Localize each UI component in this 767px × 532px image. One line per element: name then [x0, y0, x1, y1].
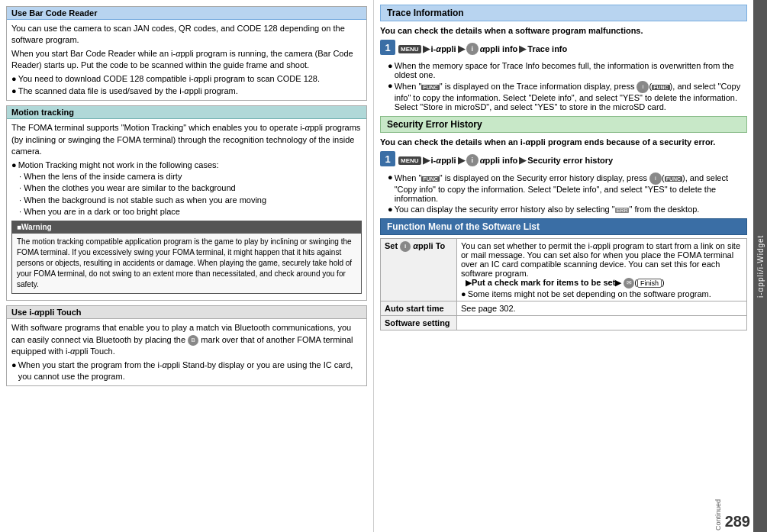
security-bullet2: ●You can display the security error hist…	[388, 205, 747, 214]
sec-appli-info-icon: i	[466, 154, 479, 166]
main-content-area: Trace Information You can check the deta…	[374, 0, 753, 532]
trace-menu-path: MENU ▶ i-αppli ▶ i αppli info ▶ Trace in…	[398, 43, 747, 55]
trace-bullet2: ●When "FUNC" is displayed on the Trace i…	[388, 81, 747, 111]
trace-step-content: MENU ▶ i-αppli ▶ i αppli info ▶ Trace in…	[398, 40, 747, 58]
table-cell-software-content	[457, 316, 747, 330]
barcode-line2: When you start Bar Code Reader while an …	[11, 48, 362, 72]
table-cell-software-label: Software setting	[381, 316, 457, 330]
func-icon2: FUNC	[652, 85, 669, 90]
barcode-line1: You can use the camera to scan JAN codes…	[11, 23, 362, 47]
motion-content: The FOMA terminal supports "Motion Track…	[7, 119, 366, 300]
warning-title: ■Warning	[12, 221, 361, 234]
set-instruction: ▶Put a check mark for items to be set▶ ✉…	[461, 278, 665, 287]
trace-section: Trace Information You can check the deta…	[380, 5, 747, 111]
touch-title: Use i-αppli Touch	[7, 306, 366, 319]
touch-bullet1: ●When you start the program from the i-α…	[11, 360, 362, 383]
bluetooth-icon: B	[188, 335, 198, 346]
warning-box: ■Warning The motion tracking compatible …	[11, 221, 362, 294]
barcode-section: Use Bar Code Reader You can use the came…	[6, 6, 367, 101]
function-menu-section: Function Menu of the Software List Set i…	[380, 218, 747, 330]
motion-sub4: When you are in a dark or too bright pla…	[19, 206, 362, 218]
trace-subtitle: You can check the details when a softwar…	[380, 24, 747, 37]
arrow2: ▶	[458, 44, 465, 54]
left-column: Use Bar Code Reader You can use the came…	[0, 0, 374, 532]
trace-step-row: 1 MENU ▶ i-αppli ▶ i αppli info ▶ Trace …	[380, 40, 747, 58]
trace-appli-info: αppli info	[480, 44, 518, 53]
trace-bullets: ●When the memory space for Trace Info be…	[380, 61, 747, 111]
barcode-title: Use Bar Code Reader	[7, 7, 366, 20]
security-step-num: 1	[380, 151, 395, 166]
security-step-content: MENU ▶ i-αppli ▶ i αppli info ▶ Security…	[398, 151, 747, 169]
security-bullets: ●When "FUNC" is displayed on the Securit…	[380, 172, 747, 214]
right-sidebar-label: i-αppli/i-Widget	[753, 0, 767, 532]
top-right: Trace Information You can check the deta…	[374, 0, 753, 498]
trace-path-text: i-αppli	[431, 44, 456, 53]
motion-sub3: When the background is not stable such a…	[19, 195, 362, 206]
continued-label: Continued	[714, 499, 722, 530]
table-row-set: Set i αppli To You can set whether to pe…	[381, 239, 747, 301]
err-icon: ERR	[615, 208, 630, 213]
page-number-area: Continued 289	[374, 498, 753, 532]
table-cell-set-label: Set i αppli To	[381, 239, 457, 301]
touch-content: With software programs that enable you t…	[7, 319, 366, 385]
page-number: 289	[725, 513, 750, 530]
appli-info-icon: i	[466, 43, 479, 55]
trace-info-label: Trace info	[527, 44, 567, 53]
func-icon1: FUNC	[421, 85, 439, 90]
motion-section: Motion tracking The FOMA terminal suppor…	[6, 105, 367, 301]
touch-desc1: With software programs that enable you t…	[11, 322, 362, 357]
motion-sub2: When the clothes you wear are similar to…	[19, 182, 362, 194]
barcode-bullet2: ●The scanned data file is used/saved by …	[11, 85, 362, 97]
security-header: Security Error History	[380, 116, 747, 133]
check-icon: ✉	[624, 278, 634, 289]
function-menu-table: Set i αppli To You can set whether to pe…	[380, 238, 747, 330]
security-section: Security Error History You can check the…	[380, 116, 747, 214]
sec-func-icon2: FUNC	[665, 176, 682, 182]
table-cell-auto-label: Auto start time	[381, 301, 457, 316]
sec-arrow3: ▶	[519, 155, 526, 166]
barcode-content: You can use the camera to scan JAN codes…	[7, 20, 366, 100]
arrow3: ▶	[519, 44, 526, 54]
motion-sub-list: When the lens of the inside camera is di…	[11, 171, 362, 218]
security-step-row: 1 MENU ▶ i-αppli ▶ i αppli info ▶ Securi…	[380, 151, 747, 169]
touch-section: Use i-αppli Touch With software programs…	[6, 305, 367, 386]
trace-header: Trace Information	[380, 5, 747, 21]
motion-sub1: When the lens of the inside camera is di…	[19, 171, 362, 182]
sec-appli-info: αppli info	[480, 156, 518, 165]
table-row-auto: Auto start time See page 302.	[381, 301, 747, 316]
motion-title: Motion tracking	[7, 106, 366, 119]
sidebar-text: i-αppli/i-Widget	[756, 234, 765, 297]
trace-step-num: 1	[380, 40, 395, 55]
table-row-software: Software setting	[381, 316, 747, 330]
sec-arrow1: ▶	[423, 155, 430, 166]
arrow1: ▶	[423, 44, 430, 54]
security-menu-path: MENU ▶ i-αppli ▶ i αppli info ▶ Security…	[398, 154, 747, 166]
set-bullet1: ●Some items might not be set depending o…	[461, 289, 743, 298]
sec-func-circle: i	[649, 172, 662, 185]
trace-bullet1: ●When the memory space for Trace Info be…	[388, 61, 747, 79]
finish-button: Finish	[637, 279, 662, 288]
table-cell-set-content: You can set whether to permit the i-αppl…	[457, 239, 747, 301]
motion-desc: The FOMA terminal supports "Motion Track…	[11, 122, 362, 157]
sec-path-text: i-αppli	[431, 156, 456, 165]
sec-info-label: Security error history	[527, 156, 613, 165]
menu-button-icon: MENU	[398, 45, 421, 53]
sec-func-icon1: FUNC	[421, 176, 439, 182]
table-cell-auto-content: See page 302.	[457, 301, 747, 316]
barcode-bullet1: ●You need to download CODE 128 compatibl…	[11, 73, 362, 85]
sec-arrow2: ▶	[458, 155, 465, 166]
right-wrapper: Trace Information You can check the deta…	[374, 0, 767, 532]
motion-bullet1: ●Motion Tracking might not work in the f…	[11, 160, 362, 171]
security-bullet1: ●When "FUNC" is displayed on the Securit…	[388, 172, 747, 203]
function-menu-header: Function Menu of the Software List	[380, 218, 747, 235]
func-circle-icon1: i	[636, 81, 649, 93]
warning-content: The motion tracking compatible applicati…	[12, 234, 361, 293]
security-subtitle: You can check the details when an i-αppl…	[380, 136, 747, 148]
menu-button-icon2: MENU	[398, 156, 421, 165]
